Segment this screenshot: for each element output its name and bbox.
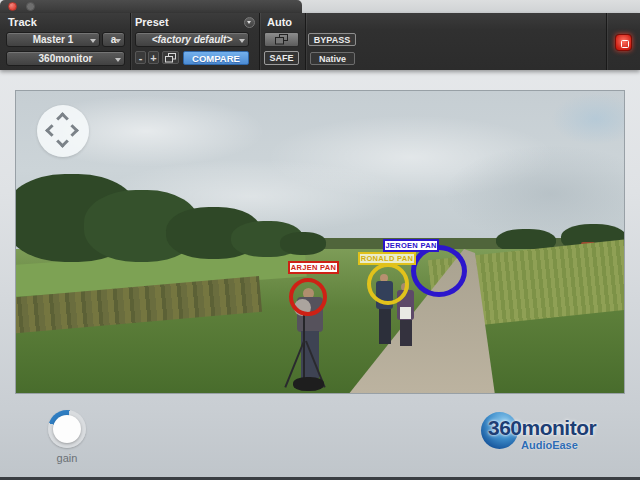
mic-stand <box>303 315 305 385</box>
tree-row <box>280 232 326 255</box>
logo-product-name: 360monitor <box>488 416 596 440</box>
pan-ring-arjen[interactable] <box>289 278 327 316</box>
divider <box>259 13 260 70</box>
pan-tag-arjen[interactable]: ARJEN PAN <box>288 261 339 274</box>
pan-ring-ronald[interactable] <box>367 263 409 305</box>
auto-safe-button[interactable]: SAFE <box>264 51 299 65</box>
pan-left-icon[interactable] <box>45 124 58 137</box>
pan-down-icon[interactable] <box>56 135 69 148</box>
dropdown-arrow-icon <box>115 39 121 43</box>
auto-latch-icon <box>275 34 288 45</box>
person-jeroen-legs <box>400 320 412 346</box>
pan-up-icon[interactable] <box>56 112 69 125</box>
pan-tag-jeroen[interactable]: JEROEN PAN <box>383 239 439 252</box>
divider <box>305 13 306 70</box>
paper-sheet <box>400 307 411 319</box>
logo-company-name: AudioEase <box>521 439 578 451</box>
divider <box>606 13 607 70</box>
gain-knob[interactable] <box>48 410 86 448</box>
preset-next-button[interactable]: + <box>148 51 159 64</box>
close-icon[interactable] <box>8 2 17 11</box>
plugin-header: Track Preset Auto Master 1 a 360monitor … <box>0 13 640 70</box>
track-selector[interactable]: Master 1 <box>6 32 100 47</box>
track-section-label: Track <box>8 16 37 28</box>
compare-slot-selector[interactable]: a <box>102 32 125 47</box>
person-ronald-legs <box>379 309 391 344</box>
preset-section-label: Preset <box>135 16 169 28</box>
equipment-bag <box>293 377 324 391</box>
plugin-selector[interactable]: 360monitor <box>6 51 125 66</box>
minimize-icon[interactable] <box>26 2 35 11</box>
window-title-strip <box>0 0 640 13</box>
gain-knob-face[interactable] <box>53 415 81 443</box>
track-selector-value: Master 1 <box>33 34 74 45</box>
preset-copy-button[interactable] <box>162 51 179 64</box>
pan-tag-ronald[interactable]: RONALD PAN <box>358 252 416 265</box>
auto-section-label: Auto <box>267 16 292 28</box>
preset-selector-value: <factory default> <box>152 34 233 45</box>
pan-ring-jeroen[interactable] <box>411 245 467 297</box>
plugin-selector-value: 360monitor <box>39 53 93 64</box>
pan-right-icon[interactable] <box>66 124 79 137</box>
plugin-format-button[interactable]: Native <box>310 52 355 65</box>
plugin-window: Track Preset Auto Master 1 a 360monitor … <box>0 0 640 480</box>
gain-label: gain <box>40 452 94 464</box>
preset-selector[interactable]: <factory default> <box>135 32 249 47</box>
automation-enable-button[interactable] <box>264 32 299 47</box>
duplicate-icon <box>165 53 176 63</box>
dropdown-arrow-icon <box>90 39 96 43</box>
audioease-logo: 360monitor AudioEase <box>481 410 621 458</box>
target-button[interactable] <box>615 34 632 51</box>
preset-previous-button[interactable]: - <box>135 51 146 64</box>
compare-button[interactable]: COMPARE <box>183 51 249 65</box>
panorama-viewer[interactable]: ARJEN PAN RONALD PAN JEROEN PAN <box>15 90 625 394</box>
pan-control[interactable] <box>37 105 89 157</box>
divider <box>130 13 131 70</box>
bypass-button[interactable]: BYPASS <box>308 33 356 46</box>
preset-menu-icon <box>247 21 251 24</box>
window-titlebar[interactable] <box>0 0 302 13</box>
dropdown-arrow-icon <box>115 58 121 62</box>
preset-menu-button[interactable] <box>244 17 255 28</box>
dropdown-arrow-icon <box>239 39 245 43</box>
